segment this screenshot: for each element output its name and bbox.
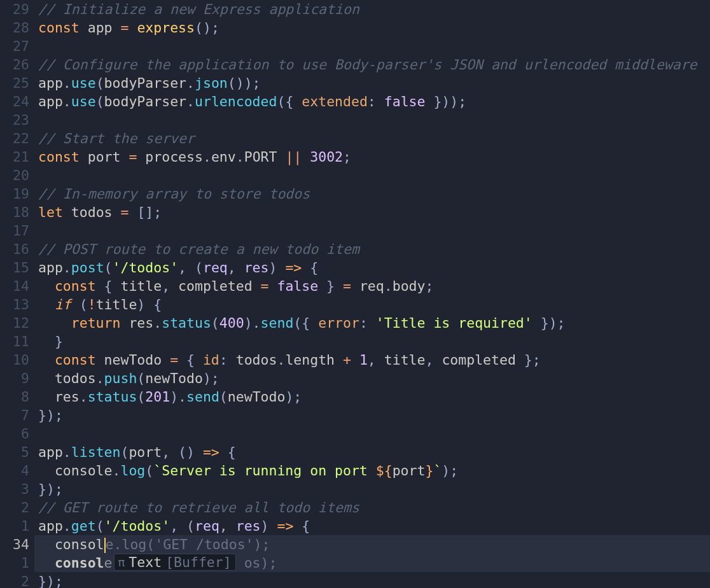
blank <box>34 111 710 129</box>
operator: + <box>335 352 359 368</box>
code-line: 3}); <box>0 480 710 498</box>
identifier: res <box>55 389 80 405</box>
line-number: 14 <box>0 277 34 295</box>
punct: : <box>219 352 236 368</box>
template-string: ` <box>433 463 442 479</box>
identifier: length <box>285 352 335 368</box>
punct: { <box>145 297 162 312</box>
identifier: env <box>211 149 236 165</box>
completion-context: [Buffer] <box>165 553 232 571</box>
code-line: 2// GET route to retrieve all todo items <box>0 498 710 517</box>
code-line: 17 <box>0 221 710 240</box>
operator: || <box>285 149 302 165</box>
code-editor[interactable]: 29// Initialize a new Express applicatio… <box>0 0 710 588</box>
identifier: req <box>359 278 384 294</box>
code-line: 7}); <box>0 406 710 424</box>
autocomplete-row[interactable]: 1 consoleπText[Buffer] os); <box>0 554 710 572</box>
operator: = <box>162 352 186 368</box>
punct: ( <box>71 297 88 312</box>
indent <box>38 555 55 571</box>
code-line: 13 if (!title) { <box>0 295 710 314</box>
boolean: false <box>384 94 426 109</box>
method: status <box>88 389 137 405</box>
keyword: let <box>38 204 63 220</box>
line-number: 29 <box>0 0 34 18</box>
text-kind-icon: π <box>118 553 125 571</box>
identifier: PORT <box>244 149 277 165</box>
punct: } <box>318 278 335 294</box>
completion-match: consol <box>55 555 104 571</box>
completion-popup[interactable]: πText[Buffer] <box>114 554 236 571</box>
line-number: 9 <box>0 369 34 388</box>
keyword: const <box>38 20 80 36</box>
punct: : <box>359 315 376 331</box>
parameter: req <box>195 518 219 534</box>
code-line: 29// Initialize a new Express applicatio… <box>0 0 710 18</box>
identifier: completed <box>442 352 516 368</box>
punct: , <box>178 260 195 276</box>
code-line: 11 } <box>0 332 710 351</box>
punct: { <box>302 518 310 534</box>
string: 'Title is required' <box>376 315 532 331</box>
identifier: port <box>393 463 426 479</box>
code-line: 5app.listen(port, () => { <box>0 443 710 461</box>
line-number: 2 <box>0 572 34 588</box>
identifier: consol <box>55 536 104 552</box>
arrow: => <box>195 444 228 460</box>
line-number: 21 <box>0 148 34 166</box>
code-line: 6 <box>0 424 710 443</box>
ghost-text: e <box>106 536 114 552</box>
punct: }; <box>516 352 541 368</box>
identifier: console <box>55 463 113 479</box>
template-interp: ${ <box>376 463 393 479</box>
punct: }); <box>532 315 566 331</box>
parameter: res <box>236 518 261 534</box>
boolean: false <box>277 278 318 294</box>
code-line: 9 todos.push(newTodo); <box>0 369 710 388</box>
identifier: bodyParser <box>104 94 186 109</box>
identifier: completed <box>178 278 253 294</box>
code-line: 15app.post('/todos', (req, res) => { <box>0 258 710 277</box>
punct: ); <box>203 370 219 386</box>
method: json <box>195 75 228 91</box>
indent <box>38 463 55 479</box>
line-number-current: 34 <box>0 535 34 554</box>
ghost-text: os <box>236 555 261 571</box>
line-number: 8 <box>0 388 34 406</box>
line-number: 28 <box>0 18 34 37</box>
code-line: 19// In-memory array to store todos <box>0 185 710 203</box>
property: id <box>203 352 219 368</box>
operator: = <box>335 278 359 294</box>
method: status <box>162 315 211 331</box>
arrow: => <box>269 518 302 534</box>
string: '/todos' <box>113 260 179 276</box>
current-line[interactable]: 34 console.log('GET /todos'); <box>0 535 710 554</box>
method: log <box>120 463 145 479</box>
method: urlencoded <box>195 94 277 109</box>
line-number: 1 <box>0 517 34 535</box>
method: get <box>71 518 96 534</box>
line-number: 3 <box>0 480 34 498</box>
ghost-text: 'GET /todos' <box>155 536 253 552</box>
function-call: express <box>137 20 195 36</box>
line-number: 4 <box>0 461 34 480</box>
arrow: => <box>277 260 310 276</box>
identifier: app <box>38 75 63 91</box>
indent <box>38 389 55 405</box>
identifier: app <box>38 444 63 460</box>
punct: , <box>368 352 384 368</box>
template-interp: } <box>425 463 433 479</box>
keyword: return <box>71 315 121 331</box>
punct: () <box>178 444 195 460</box>
punct: , <box>219 518 236 534</box>
punct: ({ <box>293 315 318 331</box>
indent <box>38 536 55 552</box>
number: 3002 <box>310 149 343 165</box>
completion-suffix: e <box>104 555 113 571</box>
code-line: 26// Configure the application to use Bo… <box>0 55 710 74</box>
punct: }); <box>38 481 63 497</box>
indent <box>38 297 55 312</box>
parameter: req <box>203 260 228 276</box>
line-number: 18 <box>0 203 34 221</box>
code-line: 10 const newTodo = { id: todos.length + … <box>0 351 710 369</box>
